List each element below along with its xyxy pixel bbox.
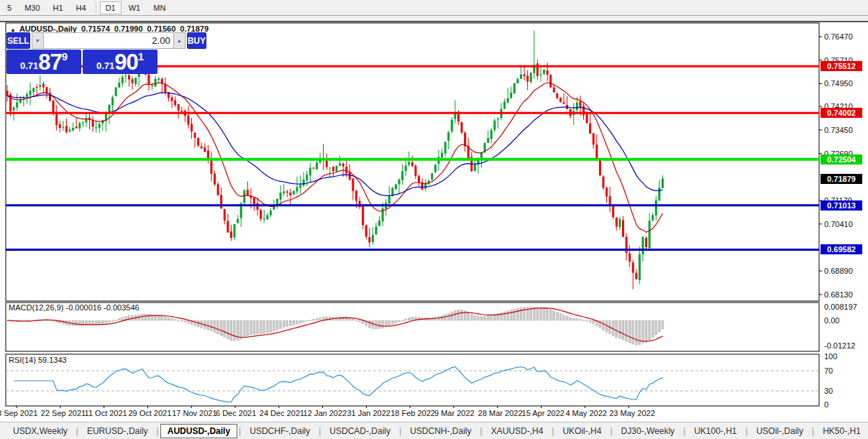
date-axis-label: 24 Dec 2021 (260, 409, 304, 417)
macd-scale-tick: 0.00 (824, 316, 839, 325)
trading-platform-window: 5M30H1H4D1W1MN ▲AUDUSD-,Daily0.715740.71… (0, 0, 868, 439)
price-level-badge: 0.72504 (821, 154, 862, 165)
price-axis-tick: 0.68130 (824, 290, 853, 299)
volume-stepper: ▼ ▲ (32, 32, 186, 49)
tab-separator: | (480, 426, 483, 436)
rsi-scale-tick: 0 (824, 400, 828, 409)
timeframe-button-mn[interactable]: MN (147, 1, 171, 14)
rsi-scale-tick: 70 (824, 366, 833, 375)
chart-tab-hk50-h1[interactable]: HK50-,H1 (816, 425, 868, 438)
timeframe-button-h1[interactable]: H1 (47, 1, 69, 14)
tab-separator: | (746, 426, 748, 436)
tab-separator: | (552, 426, 554, 436)
chart-tab-bar: USDX,Weekly|EURUSD-,Daily|AUDUSD-,Daily|… (0, 422, 868, 439)
toolbar-separator (96, 2, 96, 14)
macd-scale-tick: 0.008197 (824, 302, 857, 311)
date-axis-label: 29 Oct 2021 (128, 409, 171, 417)
price-level-badge: 0.74002 (821, 108, 862, 118)
chart-tab-uk100-h1[interactable]: UK100-,H1 (687, 425, 744, 438)
chart-window: ▲AUDUSD-,Daily0.715740.719900.715600.718… (0, 21, 868, 422)
timeframe-button-m30[interactable]: M30 (19, 1, 45, 14)
macd-scale-tick: -0.01212 (824, 341, 855, 350)
timeframe-button-h4[interactable]: H4 (70, 1, 92, 14)
rsi-indicator-label: RSI(14) 59.1343 (9, 356, 67, 364)
tab-separator: | (157, 426, 159, 436)
date-axis-label: 11 Oct 2021 (85, 409, 127, 417)
date-axis-label: 31 Jan 2022 (347, 409, 390, 417)
price-axis-tick: 0.74950 (824, 79, 853, 88)
one-click-trade-panel: SELL ▼ ▲ BUY 0.71 87 9 0.71 90 1 (6, 32, 159, 74)
date-axis-label: 15 Apr 2022 (522, 409, 565, 417)
buy-price-main: 90 (114, 52, 137, 73)
date-axis-label: 18 Feb 2022 (390, 409, 435, 417)
chart-tab-dj30-weekly[interactable]: DJ30-,Weekly (614, 425, 682, 438)
buy-price-prefix: 0.71 (96, 60, 114, 71)
volume-input[interactable] (44, 32, 173, 49)
buy-button[interactable]: BUY (187, 32, 206, 49)
tab-separator: | (239, 426, 241, 436)
date-axis-label: 12 Jan 2022 (303, 409, 347, 417)
price-axis-tick: 0.70410 (824, 220, 853, 228)
tab-separator: | (319, 426, 321, 436)
volume-decrease-button[interactable]: ▼ (32, 32, 44, 49)
price-axis-tick: 0.73450 (824, 126, 853, 134)
pane-borders (6, 23, 819, 406)
chart-tab-usoil-daily[interactable]: USOil-,Daily (749, 425, 810, 438)
sell-price-pip: 9 (62, 50, 68, 63)
tab-separator: | (683, 426, 685, 436)
sell-button[interactable]: SELL (6, 32, 30, 49)
chart-tab-usdcnh-daily[interactable]: USDCNH-,Daily (403, 425, 478, 438)
chart-tab-usdx-weekly[interactable]: USDX,Weekly (6, 425, 75, 438)
date-axis-label: 4 May 2022 (565, 409, 606, 417)
date-axis-label: 28 Mar 2022 (478, 409, 523, 417)
timeframe-toolbar: 5M30H1H4D1W1MN (0, 0, 868, 16)
sell-price-main: 87 (38, 52, 61, 73)
date-axis-label: 22 Sep 2021 (41, 409, 86, 417)
date-axis-label: 3 Sep 2021 (0, 409, 37, 417)
date-axis-label: 9 Mar 2022 (434, 409, 475, 417)
price-level-badge: 0.69582 (821, 244, 862, 254)
tab-separator: | (812, 426, 814, 436)
timeframe-button-5[interactable]: 5 (1, 1, 17, 14)
timeframe-button-d1[interactable]: D1 (100, 1, 122, 14)
price-axis-tick: 0.76470 (824, 32, 853, 41)
buy-price-box[interactable]: 0.71 90 1 (83, 50, 157, 74)
sell-price-prefix: 0.71 (20, 60, 38, 71)
sell-price-box[interactable]: 0.71 87 9 (6, 50, 81, 74)
chart-tab-usdcad-daily[interactable]: USDCAD-,Daily (322, 425, 398, 438)
buy-price-pip: 1 (138, 50, 144, 63)
timeframe-button-w1[interactable]: W1 (123, 1, 147, 14)
rsi-scale-tick: 100 (824, 352, 837, 361)
tab-separator: | (76, 426, 78, 436)
chart-tab-xauusd-h4[interactable]: XAUUSD-,H4 (484, 425, 551, 438)
macd-indicator-label: MACD(12,26,9) -0.000016 -0.003546 (9, 303, 140, 312)
price-level-badge: 0.71879 (821, 174, 862, 184)
tab-separator: | (399, 426, 401, 436)
chart-tab-usdchf-daily[interactable]: USDCHF-,Daily (242, 425, 317, 438)
price-axis-tick: 0.68890 (824, 267, 853, 275)
tab-separator: | (610, 426, 612, 436)
price-level-badge: 0.71013 (821, 200, 862, 211)
price-level-badge: 0.75512 (821, 61, 862, 71)
chart-tab-audusd-daily[interactable]: AUDUSD-,Daily (160, 424, 237, 438)
rsi-scale-tick: 30 (824, 387, 833, 395)
price-chart[interactable] (0, 22, 868, 423)
date-axis-label: 23 May 2022 (609, 409, 655, 417)
volume-increase-button[interactable]: ▲ (173, 32, 186, 49)
date-axis-label: 17 Nov 2021 (172, 409, 216, 417)
chart-tab-ukoil-h4[interactable]: UKOil-,H4 (555, 425, 608, 438)
chart-tab-eurusd-daily[interactable]: EURUSD-,Daily (80, 425, 155, 438)
date-axis-label: 6 Dec 2021 (216, 409, 256, 417)
